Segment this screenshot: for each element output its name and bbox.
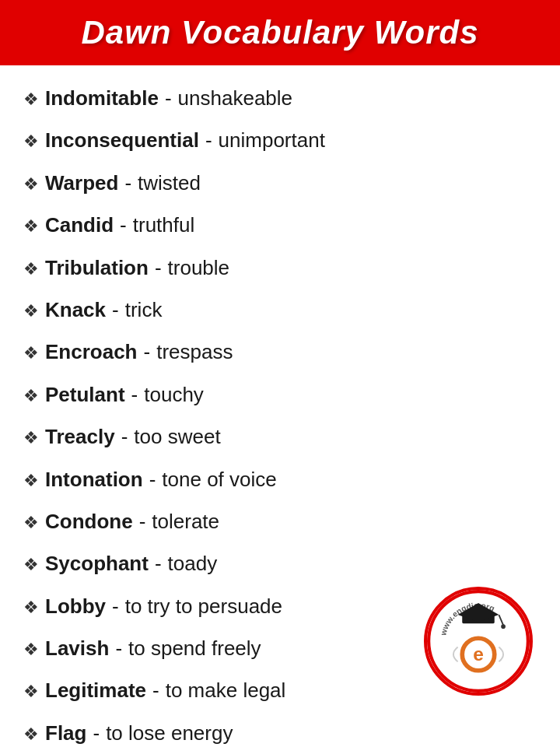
page-title: Dawn Vocabulary Words [81,14,478,51]
vocab-word: Sycophant [45,549,149,577]
vocab-dash: - [205,126,212,154]
vocab-definition: toady [168,549,218,577]
diamond-icon: ❖ [23,426,39,451]
vocab-item: ❖Tribulation - trouble [23,251,537,285]
vocab-word: Tribulation [45,254,149,282]
vocab-word: Treacly [45,423,115,451]
vocab-definition: twisted [138,169,201,197]
vocab-definition: unimportant [219,126,325,154]
vocab-word: Encroach [45,338,138,366]
vocab-item: ❖Flag - to lose energy [23,716,537,747]
vocab-definition: truthful [133,211,195,239]
logo-container: www.engdic.org e [424,587,533,696]
vocab-dash: - [131,381,138,409]
vocab-word: Lavish [45,634,109,662]
vocab-definition: trespass [156,338,233,366]
vocab-dash: - [155,254,162,282]
svg-point-5 [501,625,506,630]
vocab-definition: tone of voice [162,465,276,493]
diamond-icon: ❖ [23,384,39,409]
vocab-item: ❖Condone - tolerate [23,504,537,538]
diamond-icon: ❖ [23,130,39,154]
vocab-word: Candid [45,211,114,239]
vocab-definition: trick [125,296,163,324]
vocab-dash: - [121,423,128,451]
vocab-definition: to lose energy [106,719,233,747]
vocab-definition: trouble [168,254,230,282]
vocab-dash: - [144,338,151,366]
vocab-dash: - [124,169,131,197]
vocab-word: Petulant [45,381,125,409]
vocab-dash: - [165,84,172,112]
vocab-item: ❖Treacly - too sweet [23,419,537,454]
diamond-icon: ❖ [23,342,39,366]
vocab-item: ❖Knack - trick [23,293,537,327]
vocab-dash: - [155,549,162,577]
vocab-dash: - [93,719,100,747]
vocab-item: ❖Sycophant - toady [23,546,537,580]
vocab-word: Legitimate [45,676,146,704]
vocab-dash: - [112,296,119,324]
vocab-item: ❖Petulant - touchy [23,377,537,412]
vocab-word: Condone [45,507,133,535]
vocab-word: Knack [45,296,106,324]
vocab-dash: - [112,592,119,620]
vocab-word: Lobby [45,592,106,620]
vocab-word: Indomitable [45,84,159,112]
diamond-icon: ❖ [23,469,39,493]
diamond-icon: ❖ [23,300,39,324]
page-header: Dawn Vocabulary Words [0,0,560,65]
vocab-dash: - [152,676,159,704]
vocab-item: ❖Intonation - tone of voice [23,462,537,496]
vocab-item: ❖Candid - truthful [23,208,537,242]
vocab-word: Flag [45,719,86,747]
diamond-icon: ❖ [23,88,39,112]
diamond-icon: ❖ [23,173,39,197]
diamond-icon: ❖ [23,258,39,282]
diamond-icon: ❖ [23,511,39,535]
diamond-icon: ❖ [23,638,39,662]
diamond-icon: ❖ [23,596,39,620]
diamond-icon: ❖ [23,215,39,239]
vocab-item: ❖Indomitable - unshakeable [23,81,537,115]
vocab-definition: to try to persuade [125,592,282,620]
vocab-definition: unshakeable [178,84,292,112]
vocab-definition: touchy [144,381,204,409]
vocab-item: ❖Inconsequential - unimportant [23,123,537,157]
logo-circle: www.engdic.org e [424,587,533,696]
diamond-icon: ❖ [23,680,39,704]
vocab-word: Intonation [45,465,143,493]
vocab-item: ❖Encroach - trespass [23,335,537,369]
diamond-icon: ❖ [23,553,39,577]
vocab-dash: - [115,634,122,662]
vocab-dash: - [120,211,127,239]
vocab-definition: too sweet [134,423,220,451]
content-area: ❖Indomitable - unshakeable❖Inconsequenti… [0,65,560,747]
logo-svg: www.engdic.org e [424,590,533,693]
vocab-definition: to make legal [166,676,286,704]
vocab-dash: - [139,507,146,535]
vocab-word: Warped [45,169,118,197]
vocab-dash: - [149,465,156,493]
svg-text:e: e [473,644,484,665]
vocab-item: ❖Warped - twisted [23,166,537,200]
vocab-definition: tolerate [152,507,219,535]
vocab-definition: to spend freely [128,634,261,662]
vocab-word: Inconsequential [45,126,199,154]
diamond-icon: ❖ [23,723,39,747]
